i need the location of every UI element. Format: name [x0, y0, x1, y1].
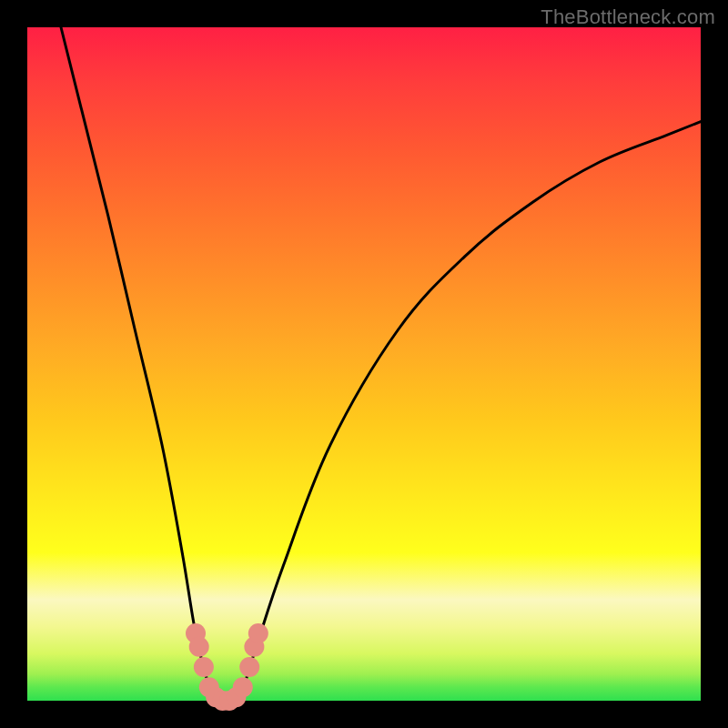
bottleneck-curve-path	[61, 27, 701, 703]
bottleneck-curve	[61, 27, 701, 703]
config-marker	[233, 677, 253, 697]
config-marker	[189, 637, 209, 657]
marker-cluster	[186, 623, 268, 711]
chart-frame: TheBottleneck.com	[0, 0, 728, 728]
plot-area	[27, 27, 701, 701]
config-marker	[248, 623, 268, 643]
config-marker	[239, 657, 259, 677]
config-marker	[194, 657, 214, 677]
watermark-text: TheBottleneck.com	[541, 5, 715, 29]
curve-layer	[27, 27, 701, 701]
